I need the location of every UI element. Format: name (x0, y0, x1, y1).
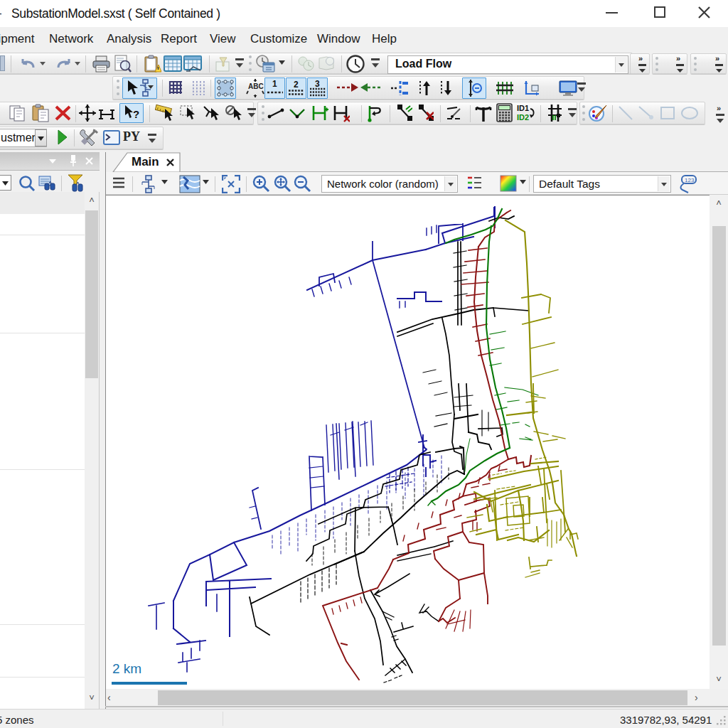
svg-text:ID2: ID2 (517, 113, 529, 122)
svg-text:ID1: ID1 (517, 104, 529, 112)
svg-text:123: 123 (685, 177, 695, 183)
svg-text:3: 3 (315, 79, 320, 89)
svg-text:?: ? (133, 108, 139, 120)
svg-text:1: 1 (272, 79, 277, 89)
svg-text:2: 2 (294, 80, 299, 90)
svg-text:ABC: ABC (248, 82, 264, 90)
